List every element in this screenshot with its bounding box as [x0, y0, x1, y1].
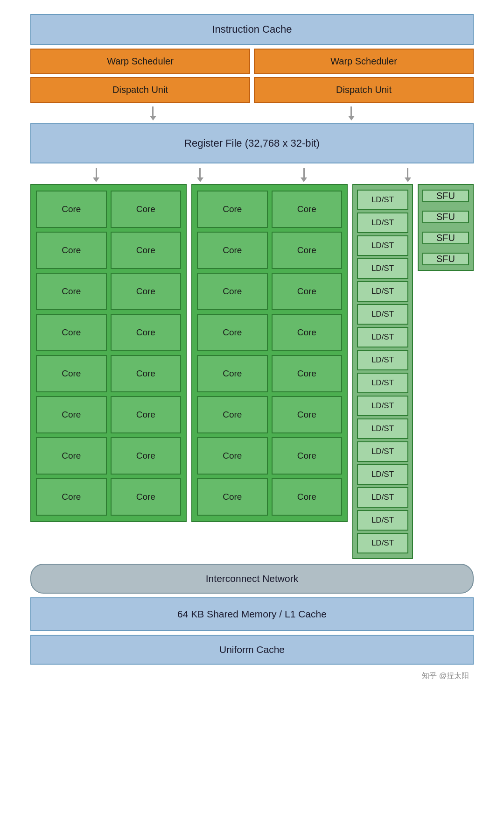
sfu-4: SFU — [422, 253, 469, 265]
arrow-unit-3 — [301, 168, 307, 182]
core-2-12: Core — [272, 396, 343, 433]
core-2-9: Core — [197, 355, 268, 392]
ldst-11: LD/ST — [357, 418, 408, 439]
core-1-5: Core — [36, 273, 107, 310]
ldst-12: LD/ST — [357, 441, 408, 462]
core-1-13: Core — [36, 437, 107, 475]
core-row-2-4: Core Core — [197, 314, 342, 351]
core-row-1-8: Core Core — [36, 478, 181, 516]
core-2-8: Core — [272, 314, 343, 351]
ldst-7: LD/ST — [357, 327, 408, 347]
register-file-label: Register File (32,768 x 32-bit) — [184, 137, 320, 149]
diagram-container: Instruction Cache Warp Scheduler Warp Sc… — [19, 14, 485, 681]
ldst-5: LD/ST — [357, 281, 408, 302]
shared-memory-block: 64 KB Shared Memory / L1 Cache — [30, 597, 474, 631]
core-2-2: Core — [272, 191, 343, 228]
sfu-3: SFU — [422, 232, 469, 244]
dispatch-unit-2: Dispatch Unit — [254, 77, 474, 103]
warp-scheduler-2: Warp Scheduler — [254, 49, 474, 74]
core-2-11: Core — [197, 396, 268, 433]
warp-scheduler-row: Warp Scheduler Warp Scheduler — [30, 49, 474, 74]
core-row-2-2: Core Core — [197, 232, 342, 269]
arrow-unit-4 — [405, 168, 411, 182]
main-blocks-row: Core Core Core Core Core Core Core Core … — [30, 184, 474, 559]
core-1-7: Core — [36, 314, 107, 351]
ldst-14: LD/ST — [357, 487, 408, 508]
ldst-9: LD/ST — [357, 373, 408, 393]
core-2-5: Core — [197, 273, 268, 310]
arrow-2 — [348, 106, 355, 120]
core-1-8: Core — [111, 314, 182, 351]
ldst-1: LD/ST — [357, 190, 408, 210]
core-row-1-7: Core Core — [36, 437, 181, 475]
ldst-3: LD/ST — [357, 235, 408, 256]
core-1-6: Core — [111, 273, 182, 310]
core-2-7: Core — [197, 314, 268, 351]
sfu-1: SFU — [422, 190, 469, 202]
ldst-panel: LD/ST LD/ST LD/ST LD/ST LD/ST LD/ST LD/S… — [352, 184, 413, 559]
core-1-2: Core — [111, 191, 182, 228]
shared-memory-label: 64 KB Shared Memory / L1 Cache — [177, 609, 327, 619]
ldst-15: LD/ST — [357, 510, 408, 531]
core-row-2-5: Core Core — [197, 355, 342, 392]
register-file-block: Register File (32,768 x 32-bit) — [30, 123, 474, 163]
core-2-14: Core — [272, 437, 343, 475]
arrow-unit-1 — [93, 168, 99, 182]
core-row-1-2: Core Core — [36, 232, 181, 269]
interconnect-block: Interconnect Network — [30, 564, 474, 594]
core-panel-2: Core Core Core Core Core Core Core Core … — [191, 184, 348, 522]
core-1-4: Core — [111, 232, 182, 269]
core-1-9: Core — [36, 355, 107, 392]
core-row-2-1: Core Core — [197, 191, 342, 228]
core-2-13: Core — [197, 437, 268, 475]
core-2-10: Core — [272, 355, 343, 392]
watermark-text: 知乎 @捏太阳 — [422, 671, 469, 681]
arrow-unit-2 — [197, 168, 203, 182]
core-row-2-6: Core Core — [197, 396, 342, 433]
core-panel-1: Core Core Core Core Core Core Core Core … — [30, 184, 187, 522]
core-2-15: Core — [197, 478, 268, 516]
core-row-1-5: Core Core — [36, 355, 181, 392]
arrows-to-units — [30, 168, 474, 182]
core-1-12: Core — [111, 396, 182, 433]
core-row-1-1: Core Core — [36, 191, 181, 228]
uniform-cache-label: Uniform Cache — [219, 644, 285, 655]
core-row-2-3: Core Core — [197, 273, 342, 310]
watermark: 知乎 @捏太阳 — [30, 671, 474, 681]
instruction-cache-block: Instruction Cache — [30, 14, 474, 45]
ldst-13: LD/ST — [357, 464, 408, 485]
instruction-cache-label: Instruction Cache — [212, 23, 292, 35]
core-row-1-4: Core Core — [36, 314, 181, 351]
ldst-2: LD/ST — [357, 213, 408, 233]
warp-scheduler-1: Warp Scheduler — [30, 49, 250, 74]
core-row-2-7: Core Core — [197, 437, 342, 475]
uniform-cache-block: Uniform Cache — [30, 635, 474, 665]
interconnect-label: Interconnect Network — [206, 573, 298, 584]
arrow-1 — [150, 106, 156, 120]
core-1-14: Core — [111, 437, 182, 475]
core-row-1-3: Core Core — [36, 273, 181, 310]
core-1-1: Core — [36, 191, 107, 228]
core-row-2-8: Core Core — [197, 478, 342, 516]
dispatch-unit-1: Dispatch Unit — [30, 77, 250, 103]
core-1-3: Core — [36, 232, 107, 269]
sfu-2: SFU — [422, 211, 469, 223]
ldst-16: LD/ST — [357, 533, 408, 553]
ldst-6: LD/ST — [357, 304, 408, 325]
core-2-3: Core — [197, 232, 268, 269]
ldst-4: LD/ST — [357, 258, 408, 279]
core-1-16: Core — [111, 478, 182, 516]
ldst-8: LD/ST — [357, 350, 408, 370]
core-2-1: Core — [197, 191, 268, 228]
core-2-4: Core — [272, 232, 343, 269]
core-2-16: Core — [272, 478, 343, 516]
core-row-1-6: Core Core — [36, 396, 181, 433]
dispatch-unit-row: Dispatch Unit Dispatch Unit — [30, 77, 474, 103]
arrows-to-register-file — [30, 106, 474, 120]
ldst-10: LD/ST — [357, 396, 408, 416]
core-1-15: Core — [36, 478, 107, 516]
core-1-11: Core — [36, 396, 107, 433]
sfu-panel: SFU SFU SFU SFU — [418, 184, 474, 271]
core-1-10: Core — [111, 355, 182, 392]
core-2-6: Core — [272, 273, 343, 310]
